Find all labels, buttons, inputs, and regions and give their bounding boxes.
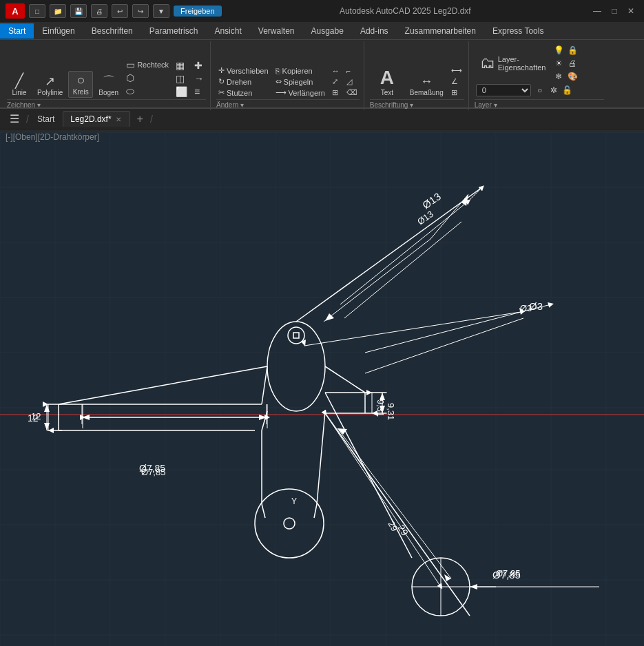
tool-rechteck[interactable]: ▭ Rechteck	[124, 59, 171, 71]
svg-line-49	[317, 411, 325, 504]
layer-sun-icon[interactable]: ☀	[552, 57, 565, 70]
tool-dim-angular[interactable]: ∠	[449, 76, 464, 87]
tool-gradient[interactable]: ◫	[174, 72, 189, 85]
tool-fillet[interactable]: ⌐	[344, 66, 360, 76]
layer-bulb-icon[interactable]: 💡	[552, 44, 565, 56]
layer-color-icon[interactable]: 🎨	[566, 70, 579, 83]
tool-linie[interactable]: ╱ Linie	[7, 72, 32, 98]
tool-move[interactable]: ✛ Verschieben	[216, 65, 271, 76]
polygon-icon: ⬡	[126, 72, 134, 83]
tool-rotate[interactable]: ↻ Drehen	[216, 76, 271, 87]
window-maximize[interactable]: □	[607, 6, 621, 16]
tab-home[interactable]: Start	[32, 112, 60, 127]
tab-hamburger[interactable]: ☰	[6, 111, 23, 127]
layer-print-icon[interactable]: 🖨	[566, 57, 579, 70]
new-btn[interactable]: □	[29, 4, 45, 18]
tool-trim[interactable]: ✂ Stutzen	[216, 87, 271, 98]
save-btn[interactable]: 💾	[70, 4, 87, 18]
window-close[interactable]: ✕	[623, 6, 638, 16]
svg-line-55	[365, 311, 523, 353]
annotation-group-label: Beschriftung ▾	[370, 99, 464, 110]
menu-verwalten[interactable]: Verwalten	[250, 23, 303, 39]
menu-einfuegen[interactable]: Einfügen	[34, 23, 83, 39]
tool-layer-properties[interactable]: 🗂 Layer- Eigenschaften	[476, 53, 550, 74]
menu-start[interactable]: Start	[0, 23, 34, 39]
menu-zusammenarbeiten[interactable]: Zusammenarbeiten	[397, 23, 484, 39]
undo-btn[interactable]: ↩	[112, 4, 128, 18]
tool-mline[interactable]: ≡	[192, 85, 206, 98]
menu-beschriften[interactable]: Beschriften	[83, 23, 141, 39]
modify-group-expand[interactable]: Ändern ▾	[216, 101, 360, 109]
svg-line-40	[296, 187, 482, 322]
redo-btn[interactable]: ↪	[132, 4, 149, 18]
tool-array[interactable]: ⊞	[330, 87, 342, 98]
tool-xline[interactable]: ✚	[192, 59, 206, 72]
open-btn[interactable]: 📁	[50, 4, 66, 18]
svg-line-48	[262, 504, 265, 518]
tab-leg2d-close[interactable]: ✕	[114, 115, 123, 124]
layer-properties-row: 🗂 Layer- Eigenschaften 💡 ☀ ❄	[476, 44, 579, 83]
layer-visible-icon[interactable]: ○	[534, 84, 546, 96]
kreis-label: Kreis	[73, 88, 89, 96]
tool-stretch[interactable]: ↔	[330, 66, 342, 76]
tool-chamfer[interactable]: ◿	[344, 76, 360, 87]
menu-express-tools[interactable]: Express Tools	[484, 23, 552, 39]
layer-panel: 🗂 Layer- Eigenschaften 💡 ☀ ❄	[475, 43, 581, 98]
menu-addins[interactable]: Add-ins	[352, 23, 397, 39]
share-button[interactable]: Freigeben	[174, 6, 222, 17]
tool-kreis[interactable]: ○ Kreis	[68, 71, 93, 98]
menu-ansicht[interactable]: Ansicht	[206, 23, 249, 39]
tool-erase[interactable]: ⌫	[344, 87, 360, 98]
tool-polylinie[interactable]: ↗ Polylinie	[34, 74, 65, 98]
svg-marker-76	[461, 194, 468, 206]
bemassung-label: Bemaßung	[410, 89, 444, 96]
tool-ray[interactable]: →	[192, 72, 206, 85]
tab-leg2d[interactable]: Leg2D.dxf* ✕	[63, 111, 129, 127]
layer-group-expand[interactable]: Layer ▾	[475, 101, 604, 109]
layer-select[interactable]: 0	[476, 84, 531, 96]
svg-point-28	[284, 518, 295, 529]
bogen-label: Bogen	[98, 89, 118, 96]
svg-line-45	[325, 366, 365, 393]
window-minimize[interactable]: —	[589, 6, 605, 16]
layer-lock-icon[interactable]: 🔒	[566, 44, 579, 56]
tool-scale[interactable]: ⤢	[330, 76, 342, 87]
ribbon-group-draw: ╱ Linie ↗ Polylinie ○ Kreis ⌒ Bogen	[3, 41, 211, 110]
text-label: Text	[381, 89, 393, 96]
copy-icon: ⎘	[276, 67, 280, 75]
tab-add-button[interactable]: +	[133, 112, 147, 127]
plot-btn[interactable]: 🖨	[91, 4, 107, 18]
tool-schraffur[interactable]: ▦	[174, 59, 189, 72]
layer-lock2-icon[interactable]: 🔓	[561, 84, 574, 96]
tool-ellipse[interactable]: ⬭	[124, 85, 171, 98]
more-btn[interactable]: ▼	[153, 4, 169, 18]
drawing-canvas[interactable]: Y Ø13 Ø3 Ø7,85 9,31 12 29 Ø7,85	[0, 132, 644, 646]
array-icon: ⊞	[332, 88, 338, 97]
mirror-icon: ⇔	[276, 77, 282, 86]
autocad-logo[interactable]: A	[6, 3, 25, 19]
tool-dim-linear[interactable]: ⟷	[449, 65, 464, 76]
tool-polygon[interactable]: ⬡	[124, 72, 171, 84]
titlebar: A □ 📁 💾 🖨 ↩ ↪ ▼ Freigeben Autodesk AutoC…	[0, 0, 644, 22]
layer-snowflake-icon[interactable]: ❄	[552, 70, 565, 83]
tool-copy[interactable]: ⎘ Kopieren	[273, 66, 327, 76]
ribbon-group-annotation: A Text ↔ Bemaßung ⟷ ∠ ⊞	[366, 41, 469, 110]
tool-table[interactable]: ⊞	[449, 87, 464, 98]
tool-extend[interactable]: ⟶ Verlängern	[273, 87, 327, 98]
menu-ausgabe[interactable]: Ausgabe	[303, 23, 352, 39]
annotation-group-expand[interactable]: Beschriftung ▾	[370, 101, 464, 109]
tool-bogen[interactable]: ⌒ Bogen	[96, 74, 121, 98]
svg-line-42	[365, 318, 523, 373]
modify-group-label: Ändern ▾	[216, 99, 360, 110]
layer-freeze-icon[interactable]: ✲	[548, 84, 560, 96]
tool-bemassung[interactable]: ↔ Bemaßung	[407, 74, 446, 98]
layer-dropdown-row: 0 ○ ✲ 🔓	[476, 84, 579, 96]
menu-parametrisch[interactable]: Parametrisch	[141, 23, 207, 39]
draw-group-expand[interactable]: Zeichnen ▾	[7, 101, 206, 109]
tool-mirror[interactable]: ⇔ Spiegeln	[273, 76, 327, 87]
tool-text[interactable]: A Text	[370, 67, 404, 98]
tool-grenze[interactable]: ⬜	[174, 85, 189, 98]
gradient-icon: ◫	[176, 73, 185, 84]
titlebar-right: — □ ✕	[589, 6, 638, 16]
svg-point-24	[267, 322, 325, 411]
